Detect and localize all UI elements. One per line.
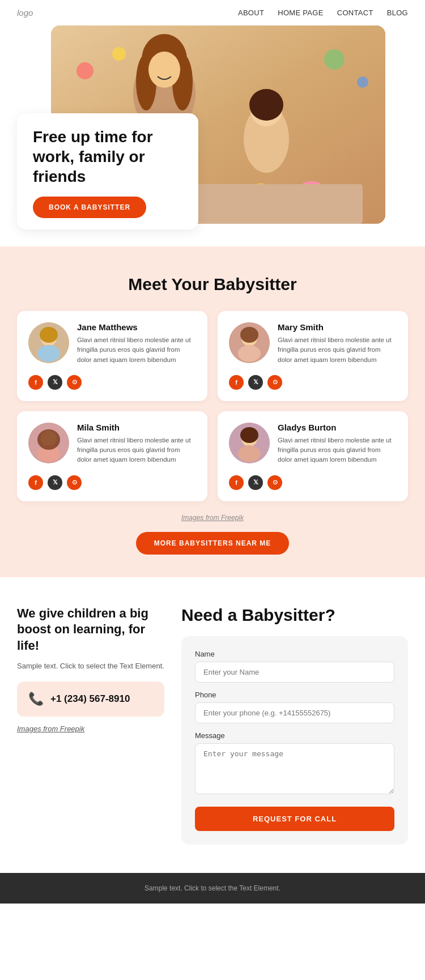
nav-about[interactable]: ABOUT [238, 8, 264, 17]
twitter-icon-4[interactable]: 𝕏 [248, 475, 263, 490]
card-info-4: Gladys Burton Glavi amet ritnisl libero … [278, 423, 397, 465]
hero-text-card: Free up time for work, family or friends… [17, 113, 198, 229]
social-icons-2: f 𝕏 ⊙ [229, 373, 397, 390]
instagram-icon-4[interactable]: ⊙ [267, 475, 282, 490]
instagram-icon-1[interactable]: ⊙ [67, 375, 82, 390]
svg-point-2 [76, 62, 94, 79]
card-info-2: Mary Smith Glavi amet ritnisl libero mol… [278, 322, 397, 365]
meet-heading: Meet Your Babysitter [17, 275, 408, 294]
babysitter-card-4: Gladys Burton Glavi amet ritnisl libero … [218, 411, 408, 501]
contact-left-text: Sample text. Click to select the Text El… [17, 662, 164, 670]
avatar-2 [229, 322, 270, 363]
contact-section: We give children a big boost on learning… [0, 577, 425, 873]
message-textarea[interactable] [195, 743, 394, 794]
svg-point-23 [37, 345, 60, 362]
babysitter-name-2: Mary Smith [278, 322, 397, 332]
footer: Sample text. Click to select the Text El… [0, 873, 425, 904]
nav-blog[interactable]: BLOG [387, 8, 408, 17]
svg-point-11 [148, 52, 180, 88]
message-label: Message [195, 731, 394, 740]
name-input[interactable] [195, 662, 394, 683]
twitter-icon-2[interactable]: 𝕏 [248, 375, 263, 390]
babysitter-name-1: Jane Matthews [77, 322, 196, 332]
facebook-icon-1[interactable]: f [28, 375, 43, 390]
svg-point-4 [324, 49, 345, 70]
footer-text: Sample text. Click to select the Text El… [17, 884, 408, 892]
svg-point-3 [112, 47, 126, 61]
phone-label: Phone [195, 691, 394, 699]
phone-number: +1 (234) 567-8910 [50, 693, 130, 705]
phone-group: Phone [195, 691, 394, 723]
hero-section: Free up time for work, family or friends… [0, 25, 425, 246]
instagram-icon-2[interactable]: ⊙ [267, 375, 282, 390]
freepik-note: Images from Freepik [17, 514, 408, 522]
social-icons-3: f 𝕏 ⊙ [28, 473, 196, 490]
svg-point-26 [240, 327, 258, 343]
avatar-1 [28, 322, 69, 363]
contact-right: Need a Babysitter? Name Phone Message RE… [181, 606, 408, 845]
freepik-small: Images from Freepik [17, 725, 164, 733]
more-babysitters-button[interactable]: MORE BABYSITTERS NEAR ME [136, 532, 290, 555]
svg-point-31 [37, 429, 60, 450]
name-label: Name [195, 650, 394, 658]
svg-rect-19 [193, 184, 363, 224]
request-call-button[interactable]: REQUEST FOR CALL [195, 807, 394, 831]
babysitter-card-3: Mila Smith Glavi amet ritnisl libero mol… [17, 411, 207, 501]
svg-point-27 [238, 345, 261, 362]
navigation: logo ABOUT HOME PAGE CONTACT BLOG [0, 0, 425, 25]
svg-point-34 [240, 427, 258, 443]
contact-left-heading: We give children a big boost on learning… [17, 606, 164, 654]
babysitter-bio-3: Glavi amet ritnisl libero molestie ante … [77, 436, 196, 465]
card-info-1: Jane Matthews Glavi amet ritnisl libero … [77, 322, 196, 365]
babysitter-card-2: Mary Smith Glavi amet ritnisl libero mol… [218, 311, 408, 401]
babysitter-name-3: Mila Smith [77, 423, 196, 432]
babysitters-grid: Jane Matthews Glavi amet ritnisl libero … [17, 311, 408, 501]
name-group: Name [195, 650, 394, 683]
facebook-icon-3[interactable]: f [28, 475, 43, 490]
svg-point-22 [40, 327, 58, 343]
phone-card: 📞 +1 (234) 567-8910 [17, 681, 164, 717]
book-babysitter-button[interactable]: BOOK A BABYSITTER [33, 197, 146, 218]
twitter-icon-1[interactable]: 𝕏 [48, 375, 62, 390]
nav-contact[interactable]: CONTACT [337, 8, 373, 17]
hero-heading: Free up time for work, family or friends [33, 127, 182, 186]
avatar-4 [229, 423, 270, 463]
contact-form: Name Phone Message REQUEST FOR CALL [181, 636, 408, 845]
contact-left: We give children a big boost on learning… [17, 606, 164, 745]
phone-input[interactable] [195, 702, 394, 723]
card-top-3: Mila Smith Glavi amet ritnisl libero mol… [28, 423, 196, 465]
social-icons-4: f 𝕏 ⊙ [229, 473, 397, 490]
svg-point-5 [357, 76, 368, 88]
svg-point-35 [238, 445, 261, 462]
twitter-icon-3[interactable]: 𝕏 [48, 475, 62, 490]
babysitter-name-4: Gladys Burton [278, 423, 397, 432]
meet-section: Meet Your Babysitter Jane Matthews Glavi… [0, 246, 425, 577]
babysitter-card-1: Jane Matthews Glavi amet ritnisl libero … [17, 311, 207, 401]
card-top-4: Gladys Burton Glavi amet ritnisl libero … [229, 423, 397, 465]
avatar-3 [28, 423, 69, 463]
nav-home[interactable]: HOME PAGE [278, 8, 323, 17]
card-info-3: Mila Smith Glavi amet ritnisl libero mol… [77, 423, 196, 465]
phone-icon: 📞 [28, 692, 44, 706]
facebook-icon-2[interactable]: f [229, 375, 244, 390]
babysitter-bio-1: Glavi amet ritnisl libero molestie ante … [77, 335, 196, 365]
svg-point-14 [249, 89, 283, 121]
logo: logo [17, 8, 33, 18]
nav-links: ABOUT HOME PAGE CONTACT BLOG [238, 8, 408, 17]
message-group: Message [195, 731, 394, 796]
facebook-icon-4[interactable]: f [229, 475, 244, 490]
card-top-1: Jane Matthews Glavi amet ritnisl libero … [28, 322, 196, 365]
babysitter-bio-2: Glavi amet ritnisl libero molestie ante … [278, 335, 397, 365]
card-top-2: Mary Smith Glavi amet ritnisl libero mol… [229, 322, 397, 365]
social-icons-1: f 𝕏 ⊙ [28, 373, 196, 390]
babysitter-bio-4: Glavi amet ritnisl libero molestie ante … [278, 436, 397, 465]
instagram-icon-3[interactable]: ⊙ [67, 475, 82, 490]
contact-right-heading: Need a Babysitter? [181, 606, 408, 625]
